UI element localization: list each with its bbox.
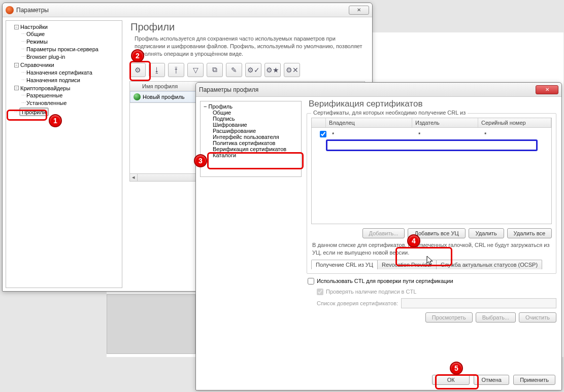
gear-cross-icon[interactable]: ⚙✕ (284, 63, 300, 77)
serial-header[interactable]: Серийный номер (478, 118, 551, 127)
cancel-button[interactable]: Отмена (474, 375, 509, 385)
crl-note: В данном списке для сертификатов, не отм… (312, 241, 551, 257)
profile-toolbar: ⚙ ⭳ ⭱ ▽ ⧉ ✎ ⚙✓ ⚙★ ⚙✕ (129, 63, 369, 77)
titlebar-profile-params[interactable]: Параметры профиля ✕ (196, 83, 561, 97)
tree-node[interactable]: Общие (213, 110, 231, 116)
use-ctl-label: Использовать CTL для проверки пути серти… (317, 278, 453, 284)
issuer-cell: * (415, 131, 481, 137)
use-ctl-row[interactable]: Использовать CTL для проверки пути серти… (308, 278, 556, 284)
window-title: Параметры (16, 7, 349, 14)
serial-cell: * (481, 131, 548, 137)
tab-crl-from-ca[interactable]: Получение CRL из УЦ (311, 260, 378, 269)
badge-5: 5 (450, 362, 463, 375)
page-description: Профиль используется для сохранения част… (135, 35, 364, 58)
cert-table: Владелец Издатель Серийный номер * * * (311, 118, 552, 224)
tree-toggle[interactable]: − (204, 103, 207, 110)
dialog-footer: ОК Отмена Применить (432, 375, 555, 385)
app-icon (6, 6, 14, 14)
trust-list-label: Список доверия сертификатов: (317, 300, 398, 306)
settings-tree[interactable]: −Настройки Общие Режимы Параметры прокси… (6, 20, 122, 288)
apply-button[interactable]: Применить (513, 375, 555, 385)
tab-ocsp[interactable]: Служба актуальных статусов (OCSP) (436, 260, 542, 269)
add-button[interactable]: Добавить... (362, 228, 405, 238)
edit-icon[interactable]: ✎ (226, 63, 242, 77)
tab-revocation-provider[interactable]: Revocation Provider (377, 260, 437, 269)
tree-node-verification[interactable]: Верификация сертификатов (213, 146, 286, 152)
crl-fieldset: Сертификаты, для которых необходимо полу… (307, 113, 556, 274)
page-heading: Профили (130, 21, 369, 33)
view-button[interactable]: Просмотреть (425, 312, 473, 323)
tree-node-profiles[interactable]: Профили (22, 109, 46, 115)
profile-params-window: Параметры профиля ✕ − Профиль Общие Подп… (195, 82, 562, 390)
tree-node[interactable]: Browser plug-in (26, 54, 65, 60)
verification-panel: Верификация сертификатов Сертификаты, дл… (307, 99, 556, 367)
tree-node[interactable]: Политика сертификатов (213, 140, 275, 146)
profile-name-cell: Новый профиль (143, 94, 185, 100)
tree-toggle[interactable]: − (14, 25, 19, 29)
choose-button[interactable]: Выбрать... (476, 312, 516, 323)
gear-star-icon[interactable]: ⚙★ (264, 63, 281, 77)
check-signature-label: Проверять наличие подписи в CTL (326, 289, 416, 295)
tree-node[interactable]: Интерфейс пользователя (213, 134, 279, 140)
tree-node[interactable]: Параметры прокси-сервера (26, 46, 98, 52)
tree-node[interactable]: Подпись (213, 116, 235, 122)
copy-icon[interactable]: ⧉ (207, 63, 223, 77)
check-signature-checkbox (317, 289, 323, 295)
tree-node-directories[interactable]: Справочники (20, 62, 54, 68)
clear-button[interactable]: Очистить (519, 312, 556, 323)
titlebar-settings[interactable]: Параметры ✕ (3, 3, 372, 17)
globe-icon (134, 93, 141, 100)
badge-3: 3 (194, 154, 207, 167)
table-row[interactable]: * * * (312, 128, 551, 140)
gear-check-icon[interactable]: ⚙✓ (245, 63, 261, 77)
tree-node[interactable]: Общие (26, 31, 45, 37)
tree-node[interactable]: Режимы (26, 39, 48, 45)
tree-node-settings[interactable]: Настройки (20, 24, 48, 30)
tree-node[interactable]: Шифрование (213, 122, 247, 128)
close-button[interactable]: ✕ (536, 85, 558, 94)
fieldset-legend: Сертификаты, для которых необходимо полу… (311, 110, 468, 116)
trust-list-field (401, 298, 556, 308)
row-checkbox[interactable] (320, 131, 326, 137)
delete-button[interactable]: Удалить (469, 228, 504, 238)
check-signature-row: Проверять наличие подписи в CTL (317, 289, 556, 295)
window-title: Параметры профиля (199, 86, 536, 93)
tree-node-crypto[interactable]: Криптопровайдеры (20, 85, 70, 91)
tray-up-icon[interactable]: ⭱ (168, 63, 184, 77)
tree-toggle[interactable]: − (14, 63, 19, 67)
tray-down-icon[interactable]: ⭳ (149, 63, 165, 77)
close-button[interactable]: ✕ (349, 6, 369, 15)
tree-node-profile[interactable]: Профиль (209, 103, 233, 110)
crl-tabs: Получение CRL из УЦ Revocation Provider … (311, 260, 552, 269)
tree-node[interactable]: Назначения сертификата (26, 69, 92, 76)
use-ctl-checkbox[interactable] (308, 278, 314, 284)
funnel-icon[interactable]: ▽ (187, 63, 204, 77)
tree-node[interactable]: Расшифрование (213, 128, 256, 134)
checkbox-header (312, 118, 326, 127)
badge-1: 1 (49, 114, 62, 127)
owner-cell: * (329, 131, 415, 137)
issuer-header[interactable]: Издатель (412, 118, 478, 127)
tree-node[interactable]: Каталоги (213, 152, 236, 158)
gear-plus-icon[interactable]: ⚙ (129, 63, 146, 77)
cert-table-header: Владелец Издатель Серийный номер (312, 118, 551, 128)
tree-node[interactable]: Установленные (26, 100, 67, 106)
tree-toggle[interactable]: − (14, 86, 19, 90)
badge-4: 4 (407, 234, 420, 247)
scroll-left-icon[interactable]: ◂ (130, 174, 138, 181)
delete-all-button[interactable]: Удалить все (507, 228, 552, 238)
profile-tree[interactable]: − Профиль Общие Подпись Шифрование Расши… (200, 101, 302, 177)
tree-node[interactable]: Назначения подписи (26, 77, 80, 83)
tree-node[interactable]: Разрешенные (26, 92, 62, 98)
owner-header[interactable]: Владелец (326, 118, 412, 127)
panel-heading: Верификация сертификатов (309, 99, 556, 109)
ok-button[interactable]: ОК (432, 375, 470, 385)
badge-2: 2 (131, 49, 144, 62)
